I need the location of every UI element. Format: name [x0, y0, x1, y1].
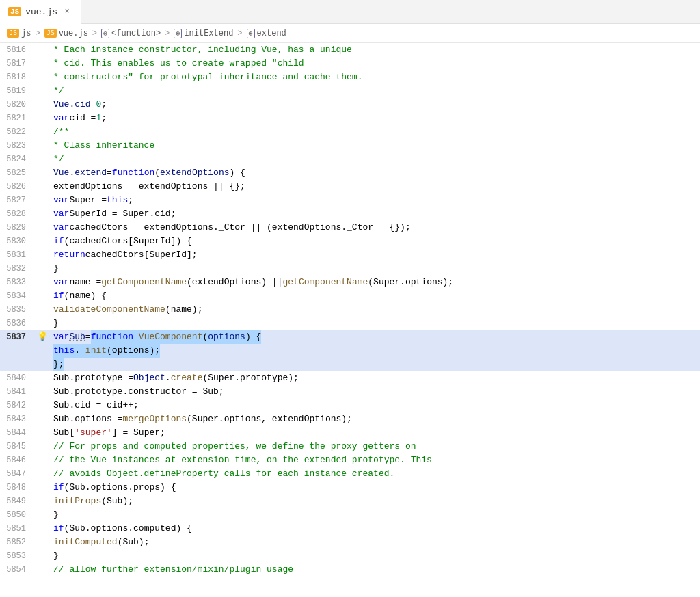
line-number-5823: 5823	[0, 139, 34, 152]
breadcrumb-extend-label: extend	[257, 29, 286, 38]
line-content-5821: var cid = 1;	[51, 111, 700, 125]
line-content-5830: if (cachedCtors[SuperId]) {	[51, 235, 700, 248]
code-line-5854: 5854 // allow further extension/mixin/pl…	[0, 563, 700, 576]
code-line-5835: 5835 validateComponentName(name);	[0, 303, 700, 317]
code-line-5826: 5826 extendOptions = extendOptions || {}…	[0, 180, 700, 194]
code-line-5849: 5849 initProps(Sub);	[0, 494, 700, 508]
line-content-5843: Sub.options = mergeOptions(Super.options…	[51, 412, 700, 426]
breadcrumb-sep-3: >	[165, 29, 170, 38]
code-line-5824: 5824 */	[0, 152, 700, 166]
code-line-5840: 5840 Sub.prototype = Object.create(Super…	[0, 371, 700, 385]
line-content-5845: // For props and computed properties, we…	[51, 440, 700, 453]
line-content-5820: Vue.cid = 0;	[51, 98, 700, 111]
lightbulb-icon[interactable]: 💡	[37, 330, 48, 344]
code-line-5843: 5843 Sub.options = mergeOptions(Super.op…	[0, 412, 700, 426]
line-content-5823: * Class inheritance	[51, 139, 700, 152]
code-line-5848: 5848 if (Sub.options.props) {	[0, 481, 700, 494]
vue-js-tab[interactable]: JS vue.js ×	[0, 0, 81, 24]
line-number-5830: 5830	[0, 235, 34, 248]
line-content-5825: Vue.extend = function (extendOptions) {	[51, 166, 700, 180]
line-number-5834: 5834	[0, 289, 34, 303]
code-line-5836: 5836 }	[0, 317, 700, 330]
line-content-5840: Sub.prototype = Object.create(Super.prot…	[51, 371, 700, 385]
line-number-5841: 5841	[0, 385, 34, 399]
line-number-5826: 5826	[0, 180, 34, 194]
line-number-5817: 5817	[0, 57, 34, 70]
breadcrumb-sep-2: >	[92, 29, 97, 38]
breadcrumb-extend-icon: ⊕	[247, 29, 255, 38]
breadcrumb-function-label: <function>	[111, 29, 161, 38]
code-line-5823: 5823 * Class inheritance	[0, 139, 700, 152]
line-number-5816: 5816	[0, 43, 34, 57]
code-line-5828: 5828 var SuperId = Super.cid;	[0, 207, 700, 221]
line-number-5831: 5831	[0, 248, 34, 262]
code-line-5834: 5834 if (name) {	[0, 289, 700, 303]
code-line-5844: 5844 Sub['super'] = Super;	[0, 426, 700, 440]
code-line-5853: 5853 }	[0, 549, 700, 563]
code-line-5841: 5841 Sub.prototype.constructor = Sub;	[0, 385, 700, 399]
line-number-5819: 5819	[0, 84, 34, 98]
line-content-5850: }	[51, 508, 700, 522]
line-number-5847: 5847	[0, 467, 34, 481]
breadcrumb-initextend[interactable]: ⊕ initExtend	[174, 29, 233, 38]
code-line-5827: 5827 var Super = this;	[0, 194, 700, 207]
line-number-5835: 5835	[0, 303, 34, 317]
line-content-5853: }	[51, 549, 700, 563]
line-content-5832: }	[51, 262, 700, 276]
line-content-5851: if (Sub.options.computed) {	[51, 522, 700, 535]
code-line-5819: 5819 */	[0, 84, 700, 98]
code-line-5838: this._init(options);	[0, 344, 700, 358]
gutter-5837: 💡	[34, 330, 51, 344]
breadcrumb-sep-1: >	[35, 29, 40, 38]
line-content-5841: Sub.prototype.constructor = Sub;	[51, 385, 700, 399]
code-line-5816: 5816 * Each instance constructor, includ…	[0, 43, 700, 57]
line-content-5824: */	[51, 152, 700, 166]
line-content-5838: this._init(options);	[51, 344, 700, 358]
line-content-5839: };	[51, 358, 700, 371]
breadcrumb-extend[interactable]: ⊕ extend	[247, 29, 286, 38]
line-content-5817: * cid. This enables us to create wrapped…	[51, 57, 700, 70]
breadcrumb-js[interactable]: JS js	[7, 29, 31, 38]
breadcrumb-bar: JS js > JS vue.js > ⊕ <function> > ⊕ ini…	[0, 24, 700, 43]
line-content-5828: var SuperId = Super.cid;	[51, 207, 700, 221]
breadcrumb-function-icon: ⊕	[101, 29, 109, 38]
breadcrumb-vuejs[interactable]: JS vue.js	[44, 29, 88, 38]
line-content-5831: return cachedCtors[SuperId];	[51, 248, 700, 262]
line-number-5852: 5852	[0, 535, 34, 549]
code-line-5842: 5842 Sub.cid = cid++;	[0, 399, 700, 412]
line-number-5845: 5845	[0, 440, 34, 453]
line-number-5832: 5832	[0, 262, 34, 276]
line-content-5836: }	[51, 317, 700, 330]
code-editor[interactable]: 5816 * Each instance constructor, includ…	[0, 43, 700, 597]
line-content-5852: initComputed(Sub);	[51, 535, 700, 549]
line-number-5854: 5854	[0, 563, 34, 576]
line-number-5840: 5840	[0, 371, 34, 385]
line-content-5829: var cachedCtors = extendOptions._Ctor ||…	[51, 221, 700, 235]
breadcrumb-sep-4: >	[237, 29, 242, 38]
breadcrumb-function[interactable]: ⊕ <function>	[101, 29, 161, 38]
code-line-5822: 5822 /**	[0, 125, 700, 139]
line-content-5826: extendOptions = extendOptions || {};	[51, 180, 700, 194]
line-content-5854: // allow further extension/mixin/plugin …	[51, 563, 700, 576]
code-line-5845: 5845 // For props and computed propertie…	[0, 440, 700, 453]
breadcrumb-initextend-icon: ⊕	[174, 29, 182, 38]
code-line-5825: 5825 Vue.extend = function (extendOption…	[0, 166, 700, 180]
code-line-5832: 5832 }	[0, 262, 700, 276]
line-content-5834: if (name) {	[51, 289, 700, 303]
code-line-5846: 5846 // the Vue instances at extension t…	[0, 453, 700, 467]
line-content-5847: // avoids Object.defineProperty calls fo…	[51, 467, 700, 481]
line-number-5851: 5851	[0, 522, 34, 535]
line-number-5833: 5833	[0, 276, 34, 289]
code-line-5831: 5831 return cachedCtors[SuperId];	[0, 248, 700, 262]
breadcrumb-vuejs-icon: JS	[44, 29, 57, 38]
code-line-5839: };	[0, 358, 700, 371]
code-line-5829: 5829 var cachedCtors = extendOptions._Ct…	[0, 221, 700, 235]
code-line-5830: 5830 if (cachedCtors[SuperId]) {	[0, 235, 700, 248]
line-content-5822: /**	[51, 125, 700, 139]
code-line-5852: 5852 initComputed(Sub);	[0, 535, 700, 549]
breadcrumb-js-label: js	[21, 29, 31, 38]
code-line-5837: 5837 💡 var Sub = function VueComponent(o…	[0, 330, 700, 344]
breadcrumb-vuejs-label: vue.js	[59, 29, 88, 38]
tab-close-button[interactable]: ×	[62, 6, 72, 17]
line-number-5820: 5820	[0, 98, 34, 111]
